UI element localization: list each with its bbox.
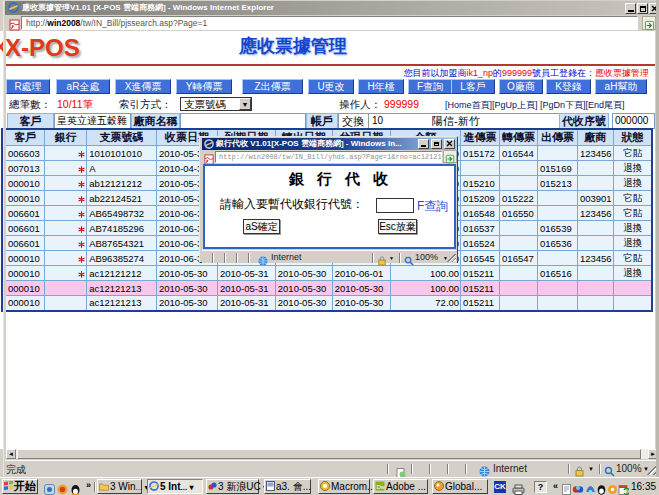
svg-text:Dw: Dw bbox=[377, 484, 386, 490]
